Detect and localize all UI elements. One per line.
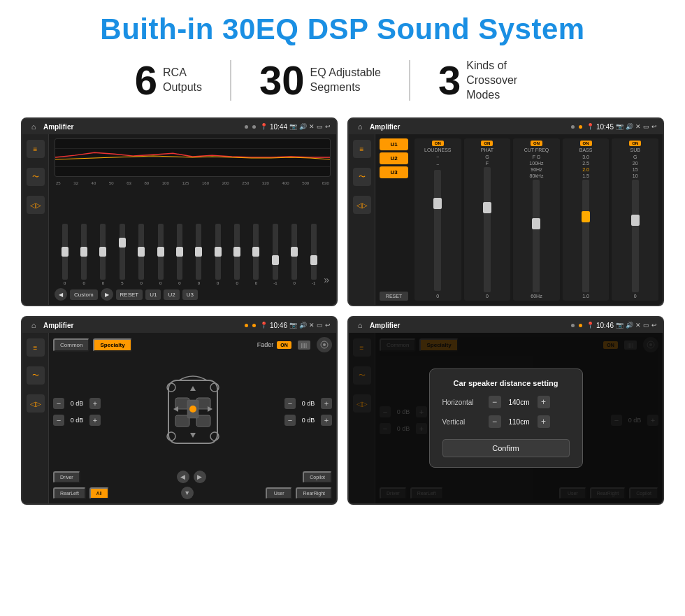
db2-minus[interactable]: − bbox=[53, 415, 64, 426]
home-icon-4[interactable]: ⌂ bbox=[354, 320, 366, 331]
vertical-plus[interactable]: + bbox=[538, 415, 550, 428]
sidebar-speaker-btn-2[interactable]: ◁▷ bbox=[353, 196, 371, 214]
home-icon-1[interactable]: ⌂ bbox=[28, 121, 39, 132]
u3-btn[interactable]: U3 bbox=[182, 289, 198, 300]
reset-crossover[interactable]: RESET bbox=[380, 292, 408, 301]
right-arrow[interactable]: ▶ bbox=[194, 471, 206, 483]
screen-sidebar-3: ≡ 〜 ◁▷ bbox=[22, 333, 49, 503]
copilot-btn[interactable]: Copilot bbox=[303, 471, 332, 483]
fader-label: Fader bbox=[257, 341, 274, 348]
status-dot-2 bbox=[252, 125, 256, 129]
close-icon-2: ✕ bbox=[635, 123, 641, 130]
sub-slider[interactable] bbox=[632, 180, 639, 292]
home-icon-2[interactable]: ⌂ bbox=[354, 121, 366, 132]
svg-marker-13 bbox=[190, 433, 196, 438]
eq-slider-12: -1 bbox=[266, 224, 284, 285]
phat-label: PHAT bbox=[481, 148, 493, 152]
stat-item-crossover: 3 Kinds of Crossover Modes bbox=[410, 59, 578, 102]
bass-on[interactable]: ON bbox=[580, 141, 592, 146]
svg-point-3 bbox=[323, 343, 326, 346]
eq-slider-11: 0 bbox=[247, 224, 265, 285]
eq-bottom-bar: ◀ Custom ▶ RESET U1 U2 U3 bbox=[55, 288, 331, 301]
u1-btn[interactable]: U1 bbox=[145, 289, 161, 300]
crossover-controls: ON LOUDNESS ~ ~ 0 bbox=[414, 138, 658, 301]
settings-icon[interactable] bbox=[317, 337, 332, 352]
home-icon-3[interactable]: ⌂ bbox=[28, 320, 39, 331]
close-icon-4: ✕ bbox=[635, 322, 641, 329]
status-icons-4: 📍 10:46 📷 🔊 ✕ ▭ ↩ bbox=[586, 322, 657, 329]
phat-slider[interactable] bbox=[484, 167, 491, 292]
rearright-btn[interactable]: RearRight bbox=[296, 487, 332, 499]
sidebar-speaker-btn[interactable]: ◁▷ bbox=[27, 196, 45, 214]
db3-value: 0 dB bbox=[298, 400, 318, 407]
location-icon-1: 📍 bbox=[260, 123, 268, 130]
u2-btn[interactable]: U2 bbox=[164, 289, 179, 300]
prev-btn[interactable]: ◀ bbox=[55, 288, 67, 301]
sidebar-eq-btn[interactable]: ≡ bbox=[27, 140, 45, 158]
play-btn[interactable]: ▶ bbox=[101, 288, 113, 301]
close-icon-1: ✕ bbox=[309, 123, 315, 130]
sidebar-eq-btn-2[interactable]: ≡ bbox=[353, 140, 371, 158]
db1-plus[interactable]: + bbox=[89, 398, 101, 409]
fader-on-toggle[interactable]: ON bbox=[277, 341, 291, 349]
eq-freq-labels: 25 32 40 50 63 80 100 125 160 200 250 32… bbox=[55, 181, 331, 185]
status-icons-1: 📍 10:44 📷 🔊 ✕ ▭ ↩ bbox=[260, 123, 331, 131]
screen-distance: ⌂ Amplifier 📍 10:46 📷 🔊 ✕ ▭ ↩ ≡ 〜 bbox=[347, 316, 664, 505]
db2-plus[interactable]: + bbox=[89, 415, 101, 426]
loudness-on[interactable]: ON bbox=[432, 141, 444, 146]
db-row-3: − 0 dB + bbox=[284, 398, 332, 409]
cutfreq-slider[interactable] bbox=[533, 180, 540, 292]
reset-btn[interactable]: RESET bbox=[116, 289, 143, 300]
car-diagram bbox=[106, 366, 279, 457]
confirm-button[interactable]: Confirm bbox=[442, 439, 570, 457]
common-tab[interactable]: Common bbox=[53, 338, 89, 352]
down-arrow[interactable]: ▼ bbox=[181, 487, 194, 499]
screen-sidebar-1: ≡ 〜 ◁▷ bbox=[22, 134, 49, 305]
horizontal-plus[interactable]: + bbox=[538, 396, 550, 408]
stat-number-rca: 6 bbox=[135, 60, 157, 101]
cutfreq-on[interactable]: ON bbox=[531, 141, 542, 146]
eq-slider-13: 0 bbox=[286, 224, 303, 285]
sidebar-eq-btn-3[interactable]: ≡ bbox=[27, 338, 45, 357]
channel-u3[interactable]: U3 bbox=[380, 166, 408, 178]
sidebar-wave-btn[interactable]: 〜 bbox=[27, 168, 45, 186]
sidebar-speaker-btn-3[interactable]: ◁▷ bbox=[27, 394, 45, 413]
dialog-title: Car speaker distance setting bbox=[442, 379, 570, 387]
location-icon-4: 📍 bbox=[586, 322, 594, 329]
eq-slider-6: 0 bbox=[152, 224, 169, 285]
back-icon-1: ↩ bbox=[325, 123, 331, 130]
loudness-slider[interactable] bbox=[434, 170, 441, 291]
phat-on[interactable]: ON bbox=[481, 141, 493, 146]
crossover-cutfreq: ON CUT FREQ F G 100Hz90Hz80kHz 60Hz bbox=[513, 138, 560, 301]
sidebar-wave-btn-2[interactable]: 〜 bbox=[353, 168, 371, 186]
horizontal-value: 140cm bbox=[505, 399, 533, 406]
vertical-row: Vertical − 110cm + bbox=[442, 415, 570, 428]
specialty-tab[interactable]: Specialty bbox=[93, 338, 131, 352]
fader-slider[interactable]: |||| bbox=[298, 341, 310, 350]
channel-u2[interactable]: U2 bbox=[380, 152, 408, 164]
db4-plus[interactable]: + bbox=[321, 415, 332, 426]
back-icon-4: ↩ bbox=[651, 322, 657, 329]
sub-on[interactable]: ON bbox=[629, 141, 641, 146]
all-btn[interactable]: All bbox=[89, 487, 109, 499]
channel-u1[interactable]: U1 bbox=[380, 138, 408, 150]
sidebar-wave-btn-3[interactable]: 〜 bbox=[27, 366, 45, 385]
db3-plus[interactable]: + bbox=[321, 398, 332, 409]
custom-btn[interactable]: Custom bbox=[70, 289, 98, 300]
eq-slider-14: -1 bbox=[305, 224, 322, 285]
bass-slider[interactable] bbox=[582, 180, 589, 292]
horizontal-minus[interactable]: − bbox=[489, 396, 501, 408]
eq-main: 25 32 40 50 63 80 100 125 160 200 250 32… bbox=[49, 134, 336, 305]
db3-minus[interactable]: − bbox=[284, 398, 296, 409]
rearleft-btn[interactable]: RearLeft bbox=[53, 487, 86, 499]
db4-minus[interactable]: − bbox=[284, 415, 296, 426]
stat-number-crossover: 3 bbox=[438, 60, 461, 101]
horizontal-row: Horizontal − 140cm + bbox=[442, 396, 570, 408]
crossover-bass: ON BASS 3.02.52.01.5 1.0 bbox=[563, 138, 610, 301]
user-btn[interactable]: User bbox=[266, 487, 293, 499]
more-btn[interactable]: » bbox=[324, 274, 329, 285]
left-arrow[interactable]: ◀ bbox=[177, 471, 189, 483]
driver-btn[interactable]: Driver bbox=[53, 471, 80, 483]
db1-minus[interactable]: − bbox=[53, 398, 64, 409]
vertical-minus[interactable]: − bbox=[489, 415, 501, 428]
